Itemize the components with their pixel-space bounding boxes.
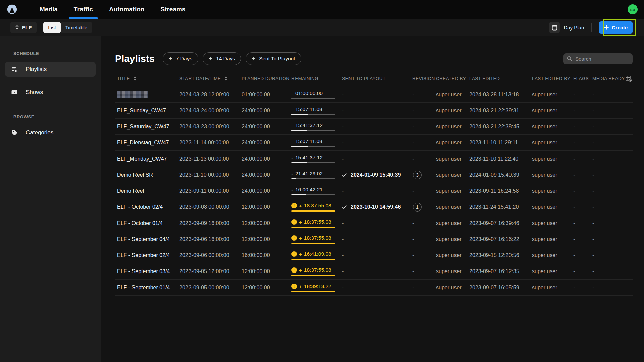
planned-duration: 24:00:00.00 — [239, 124, 289, 130]
playlist-row[interactable]: ELF_Dienstag_CW472023-11-14 00:00:0024:0… — [115, 135, 633, 151]
media-ready: - — [590, 268, 621, 275]
playlist-row[interactable]: ELF_Monday_CW472023-11-13 00:00:0024:00:… — [115, 151, 633, 167]
playlist-title: Demo Reel — [115, 188, 177, 194]
created-by: super user — [434, 220, 467, 226]
planned-duration: 12:00:00.00 — [239, 268, 289, 275]
column-header-sent-to-playout: SENT TO PLAYOUT — [340, 76, 410, 81]
flags: - — [571, 236, 590, 242]
nav-item-media[interactable]: Media — [32, 0, 66, 19]
sent-to-playout-cell: - — [340, 252, 410, 258]
create-button-label: Create — [612, 25, 628, 31]
playlist-title: Demo Reel SR — [115, 172, 177, 178]
search-box[interactable] — [563, 53, 633, 64]
nav-item-streams[interactable]: Streams — [152, 0, 194, 19]
remaining-cell: !+18:37:55.08 — [289, 267, 340, 276]
filter-chip-7-days[interactable]: + 7 Days — [163, 52, 198, 65]
created-by: super user — [434, 188, 467, 194]
table-settings-button[interactable] — [621, 75, 633, 82]
sent-to-playout-cell: - — [340, 188, 410, 194]
last-edited: 2023-09-07 16:05:59 — [467, 285, 530, 291]
sidebar-item-shows[interactable]: Shows — [5, 85, 96, 100]
media-ready: - — [590, 108, 621, 114]
revision-cell: 1 — [410, 203, 434, 212]
filter-chip-sent-to-playout[interactable]: + Sent To Playout — [246, 52, 301, 65]
create-button[interactable]: Create — [599, 21, 633, 34]
last-edited-by: super user — [530, 156, 571, 162]
last-edited: 2024-03-28 11:13:18 — [467, 92, 530, 98]
playlist-row[interactable]: ELF - September 04/42023-09-06 16:00:001… — [115, 231, 633, 247]
remaining-cell: -01:00:00.00 — [289, 90, 340, 99]
start-date-time: 2024-03-28 12:00:00 — [177, 92, 239, 98]
playlist-title: ELF_Monday_CW47 — [115, 156, 177, 162]
sidebar-item-playlists[interactable]: Playlists — [5, 62, 96, 77]
playlist-row[interactable]: ELF_Saturday_CW472024-03-23 00:00:0024:0… — [115, 119, 633, 135]
start-date-time: 2023-09-11 00:00:00 — [177, 188, 239, 194]
app-logo-icon[interactable] — [6, 3, 18, 15]
flags: - — [571, 124, 590, 130]
created-by: super user — [434, 92, 467, 98]
start-date-time: 2023-09-06 16:00:00 — [177, 236, 239, 242]
last-edited-by: super user — [530, 140, 571, 146]
revision-cell: - — [410, 220, 434, 226]
planned-duration: 16:00:00.00 — [239, 252, 289, 258]
sidebar-item-categories[interactable]: Categories — [5, 125, 96, 140]
column-header-start-date-time[interactable]: START DATE/TIME — [177, 76, 239, 81]
revision-cell: - — [410, 188, 434, 194]
start-date-time: 2023-09-05 00:00:00 — [177, 285, 239, 291]
playlist-row[interactable]: ELF - October 02/42023-09-08 00:00:0012:… — [115, 199, 633, 215]
filter-chip-14-days[interactable]: + 14 Days — [203, 52, 241, 65]
column-header-last-edited: LAST EDITED — [467, 76, 530, 81]
plus-icon: + — [209, 55, 212, 62]
playlist-row[interactable]: ELF - September 02/42023-09-06 00:00:001… — [115, 247, 633, 263]
start-date-time: 2023-09-06 00:00:00 — [177, 252, 239, 258]
playlist-row[interactable]: 2024-03-28 12:00:0001:00:00.00-01:00:00.… — [115, 86, 633, 103]
warning-icon: ! — [291, 267, 297, 273]
warning-icon: ! — [291, 235, 297, 241]
categories-icon — [11, 129, 18, 136]
nav-item-traffic[interactable]: Traffic — [66, 0, 101, 19]
media-ready: - — [590, 124, 621, 130]
created-by: super user — [434, 268, 467, 275]
search-input[interactable] — [575, 56, 626, 62]
view-toggle-list[interactable]: List — [43, 22, 60, 33]
view-toggle-timetable[interactable]: Timetable — [61, 22, 92, 33]
column-header-media-ready: MEDIA READY — [590, 76, 621, 81]
primary-nav: Media Traffic Automation Streams — [32, 0, 194, 19]
last-edited: 2023-09-07 16:12:35 — [467, 268, 530, 275]
playlist-row[interactable]: ELF - October 01/42023-09-09 16:00:0012:… — [115, 215, 633, 231]
planned-duration: 24:00:00.00 — [239, 140, 289, 146]
column-header-remaining: REMAINING — [289, 76, 340, 81]
channel-selector-label: ELF — [22, 25, 32, 31]
playlist-row[interactable]: ELF_Sunday_CW472024-03-24 00:00:0024:00:… — [115, 103, 633, 119]
column-header-title[interactable]: TITLE — [115, 76, 177, 81]
sent-to-playout-cell: - — [340, 268, 410, 275]
playlist-title: ELF_Saturday_CW47 — [115, 124, 177, 130]
revision-cell: - — [410, 92, 434, 98]
sort-icon — [224, 76, 228, 81]
planned-duration: 24:00:00.00 — [239, 156, 289, 162]
nav-item-automation[interactable]: Automation — [101, 0, 153, 19]
last-edited: 2023-09-15 12:20:56 — [467, 252, 530, 258]
playlist-row[interactable]: ELF - September 01/42023-09-05 00:00:001… — [115, 280, 633, 296]
day-plan-button[interactable] — [549, 22, 560, 33]
chevron-up-down-icon — [15, 25, 19, 30]
playlist-title — [115, 91, 177, 98]
remaining-progress-bar — [291, 162, 335, 163]
filter-chips: + 7 Days + 14 Days + Sent To Playout — [163, 52, 302, 65]
playlist-title: ELF - September 04/4 — [115, 236, 177, 242]
revision-cell: - — [410, 268, 434, 275]
playlist-row[interactable]: ELF - September 03/42023-09-05 12:00:001… — [115, 263, 633, 280]
remaining-cell: !+18:37:55.08 — [289, 202, 340, 212]
sent-to-playout-cell: - — [340, 108, 410, 114]
user-avatar[interactable]: su — [628, 4, 638, 14]
revision-cell: - — [410, 252, 434, 258]
channel-selector[interactable]: ELF — [10, 22, 37, 33]
warning-icon: ! — [291, 284, 297, 289]
playlist-row[interactable]: Demo Reel2023-09-11 00:00:0024:00:00.00-… — [115, 183, 633, 199]
remaining-progress-bar — [291, 146, 335, 147]
playlist-row[interactable]: Demo Reel SR2023-11-10 00:00:0024:00:00.… — [115, 167, 633, 183]
last-edited: 2024-03-21 22:39:31 — [467, 108, 530, 114]
last-edited-by: super user — [530, 252, 571, 258]
created-by: super user — [434, 156, 467, 162]
top-nav-bar: Media Traffic Automation Streams su — [0, 0, 644, 19]
